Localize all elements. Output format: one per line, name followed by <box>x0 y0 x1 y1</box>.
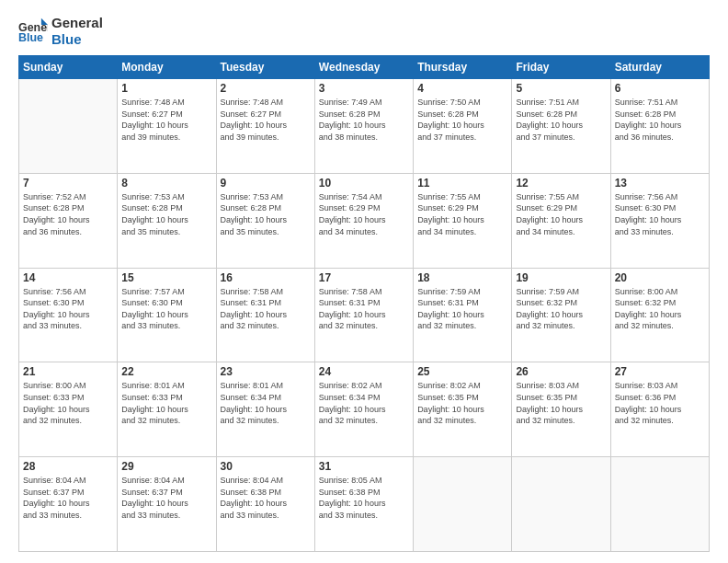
day-info: Sunrise: 8:02 AM Sunset: 6:34 PM Dayligh… <box>319 380 409 426</box>
page: General Blue General Blue SundayMondayTu… <box>0 0 728 563</box>
day-number: 7 <box>23 177 113 190</box>
calendar-cell: 23Sunrise: 8:01 AM Sunset: 6:34 PM Dayli… <box>216 362 314 457</box>
calendar-cell: 17Sunrise: 7:58 AM Sunset: 6:31 PM Dayli… <box>314 268 413 362</box>
calendar-week-row: 28Sunrise: 8:04 AM Sunset: 6:37 PM Dayli… <box>19 457 710 552</box>
day-number: 18 <box>417 271 507 284</box>
day-info: Sunrise: 8:04 AM Sunset: 6:37 PM Dayligh… <box>23 475 113 521</box>
day-info: Sunrise: 7:49 AM Sunset: 6:28 PM Dayligh… <box>319 97 409 143</box>
calendar-week-row: 1Sunrise: 7:48 AM Sunset: 6:27 PM Daylig… <box>19 79 710 174</box>
day-info: Sunrise: 7:51 AM Sunset: 6:28 PM Dayligh… <box>516 97 606 143</box>
day-number: 25 <box>417 365 507 378</box>
calendar-cell: 20Sunrise: 8:00 AM Sunset: 6:32 PM Dayli… <box>610 268 709 362</box>
calendar-cell: 22Sunrise: 8:01 AM Sunset: 6:33 PM Dayli… <box>118 362 216 457</box>
logo-icon: General Blue <box>18 17 48 46</box>
day-number: 6 <box>615 82 705 95</box>
day-info: Sunrise: 8:03 AM Sunset: 6:36 PM Dayligh… <box>615 380 705 426</box>
day-number: 13 <box>615 177 705 190</box>
weekday-header-friday: Friday <box>512 56 610 79</box>
day-info: Sunrise: 7:56 AM Sunset: 6:30 PM Dayligh… <box>615 191 705 237</box>
calendar-cell: 31Sunrise: 8:05 AM Sunset: 6:38 PM Dayli… <box>314 457 413 552</box>
day-number: 28 <box>23 460 113 473</box>
day-number: 15 <box>121 271 211 284</box>
svg-text:Blue: Blue <box>18 31 43 44</box>
calendar-cell: 3Sunrise: 7:49 AM Sunset: 6:28 PM Daylig… <box>314 79 413 174</box>
calendar-header-row: SundayMondayTuesdayWednesdayThursdayFrid… <box>19 56 710 79</box>
calendar-cell: 30Sunrise: 8:04 AM Sunset: 6:38 PM Dayli… <box>216 457 314 552</box>
day-info: Sunrise: 8:00 AM Sunset: 6:32 PM Dayligh… <box>615 286 705 332</box>
day-number: 2 <box>221 82 311 95</box>
calendar-cell: 26Sunrise: 8:03 AM Sunset: 6:35 PM Dayli… <box>512 362 610 457</box>
day-info: Sunrise: 8:02 AM Sunset: 6:35 PM Dayligh… <box>417 380 507 426</box>
calendar-cell: 13Sunrise: 7:56 AM Sunset: 6:30 PM Dayli… <box>610 173 709 268</box>
day-number: 22 <box>121 365 211 378</box>
day-info: Sunrise: 7:55 AM Sunset: 6:29 PM Dayligh… <box>417 191 507 237</box>
logo-blue: Blue <box>51 31 103 48</box>
day-info: Sunrise: 7:59 AM Sunset: 6:31 PM Dayligh… <box>417 286 507 332</box>
day-number: 10 <box>319 177 409 190</box>
calendar-cell: 16Sunrise: 7:58 AM Sunset: 6:31 PM Dayli… <box>216 268 314 362</box>
day-info: Sunrise: 7:53 AM Sunset: 6:28 PM Dayligh… <box>221 191 311 237</box>
weekday-header-sunday: Sunday <box>19 56 118 79</box>
day-number: 17 <box>319 271 409 284</box>
day-number: 3 <box>319 82 409 95</box>
calendar-cell: 25Sunrise: 8:02 AM Sunset: 6:35 PM Dayli… <box>414 362 512 457</box>
weekday-header-thursday: Thursday <box>414 56 512 79</box>
day-number: 29 <box>121 460 211 473</box>
calendar-cell: 24Sunrise: 8:02 AM Sunset: 6:34 PM Dayli… <box>314 362 413 457</box>
day-info: Sunrise: 7:58 AM Sunset: 6:31 PM Dayligh… <box>319 286 409 332</box>
calendar-cell: 19Sunrise: 7:59 AM Sunset: 6:32 PM Dayli… <box>512 268 610 362</box>
day-number: 19 <box>516 271 606 284</box>
calendar-cell <box>414 457 512 552</box>
day-info: Sunrise: 7:48 AM Sunset: 6:27 PM Dayligh… <box>121 97 211 143</box>
day-info: Sunrise: 8:00 AM Sunset: 6:33 PM Dayligh… <box>23 380 113 426</box>
day-number: 23 <box>221 365 311 378</box>
day-info: Sunrise: 8:03 AM Sunset: 6:35 PM Dayligh… <box>516 380 606 426</box>
calendar-cell: 2Sunrise: 7:48 AM Sunset: 6:27 PM Daylig… <box>216 79 314 174</box>
calendar-week-row: 14Sunrise: 7:56 AM Sunset: 6:30 PM Dayli… <box>19 268 710 362</box>
day-info: Sunrise: 7:51 AM Sunset: 6:28 PM Dayligh… <box>615 97 705 143</box>
day-number: 26 <box>516 365 606 378</box>
calendar-cell: 21Sunrise: 8:00 AM Sunset: 6:33 PM Dayli… <box>19 362 118 457</box>
day-info: Sunrise: 7:59 AM Sunset: 6:32 PM Dayligh… <box>516 286 606 332</box>
calendar-cell: 11Sunrise: 7:55 AM Sunset: 6:29 PM Dayli… <box>414 173 512 268</box>
day-info: Sunrise: 7:50 AM Sunset: 6:28 PM Dayligh… <box>417 97 507 143</box>
day-number: 1 <box>121 82 211 95</box>
day-info: Sunrise: 7:58 AM Sunset: 6:31 PM Dayligh… <box>221 286 311 332</box>
day-number: 9 <box>221 177 311 190</box>
day-number: 11 <box>417 177 507 190</box>
calendar-cell: 8Sunrise: 7:53 AM Sunset: 6:28 PM Daylig… <box>118 173 216 268</box>
day-info: Sunrise: 7:55 AM Sunset: 6:29 PM Dayligh… <box>516 191 606 237</box>
calendar-week-row: 21Sunrise: 8:00 AM Sunset: 6:33 PM Dayli… <box>19 362 710 457</box>
calendar-cell: 15Sunrise: 7:57 AM Sunset: 6:30 PM Dayli… <box>118 268 216 362</box>
day-number: 20 <box>615 271 705 284</box>
day-info: Sunrise: 7:57 AM Sunset: 6:30 PM Dayligh… <box>121 286 211 332</box>
day-info: Sunrise: 7:53 AM Sunset: 6:28 PM Dayligh… <box>121 191 211 237</box>
calendar-cell: 12Sunrise: 7:55 AM Sunset: 6:29 PM Dayli… <box>512 173 610 268</box>
day-number: 31 <box>319 460 409 473</box>
day-info: Sunrise: 7:54 AM Sunset: 6:29 PM Dayligh… <box>319 191 409 237</box>
day-number: 27 <box>615 365 705 378</box>
calendar-cell: 1Sunrise: 7:48 AM Sunset: 6:27 PM Daylig… <box>118 79 216 174</box>
day-number: 21 <box>23 365 113 378</box>
day-info: Sunrise: 8:04 AM Sunset: 6:38 PM Dayligh… <box>221 475 311 521</box>
calendar-cell: 9Sunrise: 7:53 AM Sunset: 6:28 PM Daylig… <box>216 173 314 268</box>
day-info: Sunrise: 8:01 AM Sunset: 6:34 PM Dayligh… <box>221 380 311 426</box>
calendar-cell: 27Sunrise: 8:03 AM Sunset: 6:36 PM Dayli… <box>610 362 709 457</box>
day-number: 5 <box>516 82 606 95</box>
header: General Blue General Blue <box>18 15 710 48</box>
day-number: 14 <box>23 271 113 284</box>
calendar-cell: 28Sunrise: 8:04 AM Sunset: 6:37 PM Dayli… <box>19 457 118 552</box>
day-info: Sunrise: 7:48 AM Sunset: 6:27 PM Dayligh… <box>221 97 311 143</box>
day-info: Sunrise: 7:56 AM Sunset: 6:30 PM Dayligh… <box>23 286 113 332</box>
day-number: 30 <box>221 460 311 473</box>
day-info: Sunrise: 8:04 AM Sunset: 6:37 PM Dayligh… <box>121 475 211 521</box>
day-number: 4 <box>417 82 507 95</box>
weekday-header-saturday: Saturday <box>610 56 709 79</box>
calendar-cell: 18Sunrise: 7:59 AM Sunset: 6:31 PM Dayli… <box>414 268 512 362</box>
calendar-cell: 29Sunrise: 8:04 AM Sunset: 6:37 PM Dayli… <box>118 457 216 552</box>
calendar-cell: 7Sunrise: 7:52 AM Sunset: 6:28 PM Daylig… <box>19 173 118 268</box>
weekday-header-monday: Monday <box>118 56 216 79</box>
calendar-cell <box>610 457 709 552</box>
calendar-cell <box>19 79 118 174</box>
weekday-header-tuesday: Tuesday <box>216 56 314 79</box>
